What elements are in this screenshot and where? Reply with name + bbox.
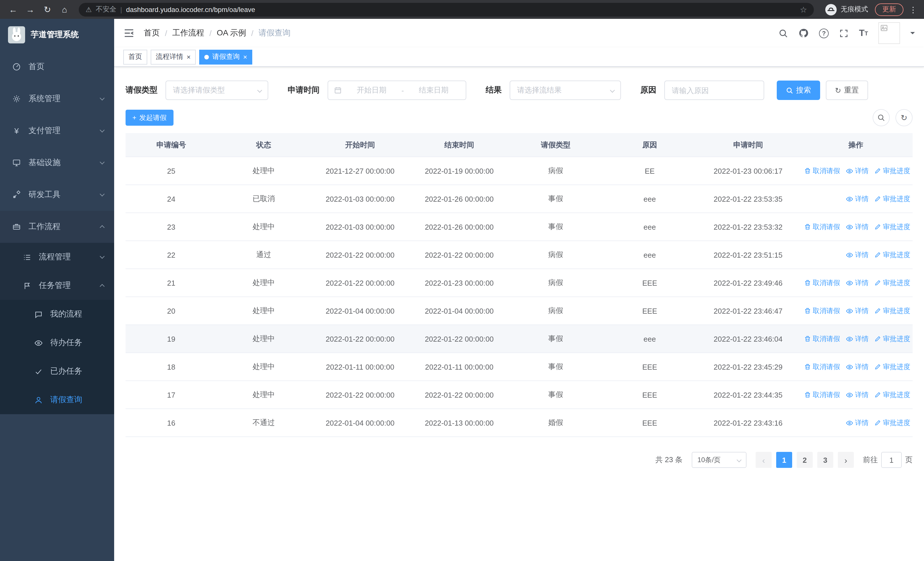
create-leave-button[interactable]: + 发起请假 bbox=[126, 110, 174, 126]
back-icon[interactable]: ← bbox=[6, 2, 21, 17]
cancel-action-link[interactable]: 取消请假 bbox=[804, 166, 840, 176]
progress-action-link[interactable]: 审批进度 bbox=[874, 418, 910, 428]
tab-process-detail[interactable]: 流程详情 × bbox=[151, 50, 196, 64]
detail-action-link[interactable]: 详情 bbox=[846, 222, 868, 232]
chevron-down-icon bbox=[257, 88, 262, 93]
cancel-action-link[interactable]: 取消请假 bbox=[804, 334, 840, 344]
security-label[interactable]: 不安全 bbox=[96, 5, 116, 14]
progress-action-link[interactable]: 审批进度 bbox=[874, 362, 910, 371]
avatar[interactable] bbox=[878, 22, 900, 44]
address-bar[interactable]: ⚠ 不安全 | dashboard.yudao.iocoder.cn/bpm/o… bbox=[79, 3, 814, 16]
progress-action-link[interactable]: 审批进度 bbox=[874, 222, 910, 232]
detail-action-link[interactable]: 详情 bbox=[846, 390, 868, 400]
github-icon[interactable] bbox=[798, 28, 809, 38]
breadcrumb-item[interactable]: 工作流程 bbox=[172, 28, 204, 38]
update-chip[interactable]: 更新 bbox=[875, 3, 903, 16]
trash-icon bbox=[804, 335, 811, 342]
sidebar-item-process-management[interactable]: 流程管理 bbox=[0, 243, 114, 271]
end-date-placeholder[interactable]: 结束日期 bbox=[407, 85, 460, 95]
cancel-action-link[interactable]: 取消请假 bbox=[804, 362, 840, 371]
table-row: 23处理中2022-01-03 00:00:002022-01-26 00:00… bbox=[126, 213, 913, 241]
date-range-picker[interactable]: 开始日期 - 结束日期 bbox=[328, 81, 466, 100]
cancel-action-link[interactable]: 取消请假 bbox=[804, 278, 840, 288]
avatar-caret-down-icon[interactable] bbox=[910, 32, 915, 36]
sidebar-item-devtools[interactable]: 研发工具 bbox=[0, 179, 114, 211]
table-body: 25处理中2021-12-27 00:00:002022-01-19 00:00… bbox=[126, 157, 913, 437]
progress-action-link[interactable]: 审批进度 bbox=[874, 334, 910, 344]
reason-input[interactable] bbox=[664, 81, 764, 100]
detail-action-link[interactable]: 详情 bbox=[846, 166, 868, 176]
sidebar-item-label: 基础设施 bbox=[28, 158, 60, 168]
progress-action-link[interactable]: 审批进度 bbox=[874, 390, 910, 400]
tab-close-icon[interactable]: × bbox=[243, 53, 247, 60]
progress-action-link[interactable]: 审批进度 bbox=[874, 306, 910, 316]
detail-action-link[interactable]: 详情 bbox=[846, 334, 868, 344]
cancel-action-link[interactable]: 取消请假 bbox=[804, 306, 840, 316]
help-icon[interactable]: ? bbox=[819, 28, 829, 38]
cell-status: 处理中 bbox=[217, 362, 310, 372]
cancel-action-link[interactable]: 取消请假 bbox=[804, 390, 840, 400]
row-actions: 详情审批进度 bbox=[799, 418, 913, 428]
sidebar-item-my-process[interactable]: 我的流程 bbox=[0, 300, 114, 328]
sidebar-item-done-tasks[interactable]: 已办任务 bbox=[0, 357, 114, 386]
progress-action-link[interactable]: 审批进度 bbox=[874, 194, 910, 204]
forward-icon[interactable]: → bbox=[23, 2, 38, 17]
detail-action-link[interactable]: 详情 bbox=[846, 250, 868, 260]
goto-page-input[interactable] bbox=[881, 452, 902, 468]
cell-id: 20 bbox=[126, 307, 217, 315]
reset-button[interactable]: ↻ 重置 bbox=[826, 81, 868, 100]
page-button-2[interactable]: 2 bbox=[797, 452, 813, 468]
breadcrumb-item[interactable]: OA 示例 bbox=[217, 28, 246, 38]
next-page-button[interactable]: › bbox=[838, 452, 854, 468]
eye-icon bbox=[846, 251, 853, 259]
detail-action-link[interactable]: 详情 bbox=[846, 306, 868, 316]
detail-action-link[interactable]: 详情 bbox=[846, 418, 868, 428]
cancel-action-label: 取消请假 bbox=[813, 306, 840, 316]
edit-icon bbox=[874, 391, 881, 398]
sidebar-item-infrastructure[interactable]: 基础设施 bbox=[0, 147, 114, 179]
sidebar-item-home[interactable]: 首页 bbox=[0, 51, 114, 83]
detail-action-link[interactable]: 详情 bbox=[846, 278, 868, 288]
bookmark-star-icon[interactable]: ☆ bbox=[800, 5, 807, 14]
result-select[interactable]: 请选择流结果 bbox=[510, 81, 621, 100]
leave-type-select[interactable]: 请选择请假类型 bbox=[165, 81, 268, 100]
start-date-placeholder[interactable]: 开始日期 bbox=[345, 85, 398, 95]
browser-menu-icon[interactable]: ⋮ bbox=[908, 5, 918, 14]
sidebar-item-todo-tasks[interactable]: 待办任务 bbox=[0, 328, 114, 357]
sidebar-item-leave-query[interactable]: 请假查询 bbox=[0, 386, 114, 414]
search-icon[interactable] bbox=[778, 28, 788, 38]
search-button[interactable]: 搜索 bbox=[777, 81, 820, 100]
tab-home[interactable]: 首页 bbox=[123, 50, 147, 64]
page-button-1[interactable]: 1 bbox=[776, 452, 792, 468]
fullscreen-icon[interactable] bbox=[839, 28, 849, 38]
progress-action-link[interactable]: 审批进度 bbox=[874, 278, 910, 288]
home-icon[interactable]: ⌂ bbox=[57, 2, 72, 17]
progress-action-link[interactable]: 审批进度 bbox=[874, 250, 910, 260]
font-size-icon[interactable]: TT bbox=[859, 28, 868, 38]
sidebar-item-workflow[interactable]: 工作流程 bbox=[0, 211, 114, 243]
column-header: 状态 bbox=[217, 140, 310, 150]
breadcrumb-item[interactable]: 首页 bbox=[144, 28, 160, 38]
reload-icon[interactable]: ↻ bbox=[40, 2, 55, 17]
sidebar-item-payment[interactable]: ¥ 支付管理 bbox=[0, 115, 114, 147]
cancel-action-label: 取消请假 bbox=[813, 278, 840, 288]
chevron-up-icon bbox=[100, 225, 105, 230]
tab-leave-query[interactable]: 请假查询 × bbox=[199, 50, 252, 64]
toggle-search-button[interactable] bbox=[873, 109, 890, 126]
cell-reason: EEE bbox=[602, 278, 697, 287]
prev-page-button[interactable]: ‹ bbox=[756, 452, 772, 468]
cell-applied: 2022-01-22 23:44:35 bbox=[697, 391, 799, 399]
progress-action-link[interactable]: 审批进度 bbox=[874, 166, 910, 176]
url-text[interactable]: dashboard.yudao.iocoder.cn/bpm/oa/leave bbox=[126, 5, 255, 14]
detail-action-link[interactable]: 详情 bbox=[846, 362, 868, 371]
cancel-action-link[interactable]: 取消请假 bbox=[804, 222, 840, 232]
refresh-table-button[interactable]: ↻ bbox=[896, 109, 913, 126]
sidebar-item-task-management[interactable]: 任务管理 bbox=[0, 271, 114, 300]
detail-action-link[interactable]: 详情 bbox=[846, 194, 868, 204]
page-button-3[interactable]: 3 bbox=[817, 452, 833, 468]
sidebar-item-system[interactable]: 系统管理 bbox=[0, 83, 114, 115]
sidebar-toggle-icon[interactable] bbox=[123, 27, 135, 39]
tab-close-icon[interactable]: × bbox=[187, 53, 190, 60]
tab-label: 请假查询 bbox=[212, 52, 240, 62]
page-size-select[interactable]: 10条/页 bbox=[692, 452, 747, 468]
